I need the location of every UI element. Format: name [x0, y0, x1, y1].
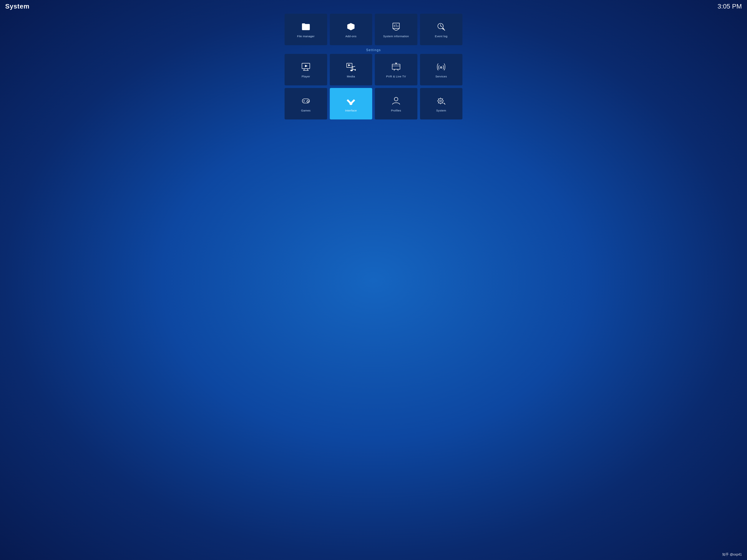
tile-add-ons[interactable]: Add-ons — [330, 14, 372, 45]
person-icon — [391, 96, 401, 107]
tile-system[interactable]: System — [420, 88, 463, 119]
svg-line-4 — [393, 28, 395, 30]
tile-label-games: Games — [301, 109, 310, 112]
tile-label-event-log: Event log — [435, 35, 447, 38]
gamepad-icon — [301, 96, 311, 107]
folder-icon — [301, 22, 311, 33]
watermark: 知乎 @xxp41 — [722, 552, 742, 557]
tile-interface[interactable]: Interface — [330, 88, 372, 119]
settings-grid: Player Media PVR & Live TV Services Game… — [285, 54, 462, 119]
svg-line-52 — [438, 99, 439, 99]
tv-icon — [391, 62, 401, 73]
chart-icon — [391, 22, 401, 33]
svg-marker-19 — [305, 65, 308, 67]
svg-point-26 — [355, 69, 356, 71]
svg-line-56 — [444, 103, 445, 104]
clock: 3:05 PM — [718, 3, 742, 10]
tile-label-interface: Interface — [345, 109, 357, 112]
tools-icon — [346, 96, 356, 107]
tile-label-player: Player — [302, 75, 310, 78]
svg-point-42 — [307, 102, 308, 103]
svg-rect-27 — [392, 64, 400, 69]
svg-line-16 — [304, 69, 304, 71]
media-icon — [346, 62, 356, 73]
broadcast-icon — [436, 62, 446, 73]
svg-point-25 — [350, 70, 353, 71]
tile-label-add-ons: Add-ons — [345, 35, 357, 38]
tile-services[interactable]: Services — [420, 54, 463, 85]
tile-pvr-live-tv[interactable]: PVR & Live TV — [375, 54, 417, 85]
main-content: File manager Add-ons System information … — [0, 12, 747, 560]
svg-line-12 — [441, 26, 442, 27]
tile-player[interactable]: Player — [285, 54, 327, 85]
svg-point-39 — [307, 100, 308, 101]
monitor-play-icon — [301, 62, 311, 73]
svg-line-55 — [438, 103, 439, 103]
settings-label: Settings — [366, 48, 381, 52]
box-icon — [346, 22, 356, 33]
svg-line-53 — [442, 103, 443, 103]
tile-label-profiles: Profiles — [391, 109, 401, 112]
tile-label-pvr-live-tv: PVR & Live TV — [386, 75, 406, 78]
svg-point-35 — [441, 67, 441, 68]
svg-line-24 — [351, 69, 355, 70]
svg-line-54 — [442, 99, 443, 99]
top-bar: System 3:05 PM — [0, 0, 747, 12]
tile-label-file-manager: File manager — [297, 35, 315, 38]
page-title: System — [5, 3, 29, 10]
svg-point-45 — [394, 98, 398, 101]
clock-search-icon — [436, 22, 446, 33]
svg-line-22 — [351, 66, 355, 68]
tile-system-information[interactable]: System information — [375, 14, 417, 45]
utilities-grid: File manager Add-ons System information … — [285, 14, 462, 45]
tile-games[interactable]: Games — [285, 88, 327, 119]
svg-point-46 — [438, 99, 443, 103]
svg-point-41 — [306, 101, 307, 102]
svg-line-5 — [397, 28, 400, 30]
tile-label-system-information: System information — [383, 35, 409, 38]
tile-event-log[interactable]: Event log — [420, 14, 463, 45]
tile-label-system: System — [436, 109, 446, 112]
tile-media[interactable]: Media — [330, 54, 372, 85]
svg-point-40 — [308, 101, 309, 102]
svg-point-47 — [440, 100, 441, 102]
svg-marker-21 — [348, 64, 351, 66]
svg-line-17 — [307, 69, 308, 71]
tile-file-manager[interactable]: File manager — [285, 14, 327, 45]
gear-fork-icon — [436, 96, 446, 107]
tile-profiles[interactable]: Profiles — [375, 88, 417, 119]
tile-label-services: Services — [435, 75, 447, 78]
tile-label-media: Media — [347, 75, 355, 78]
